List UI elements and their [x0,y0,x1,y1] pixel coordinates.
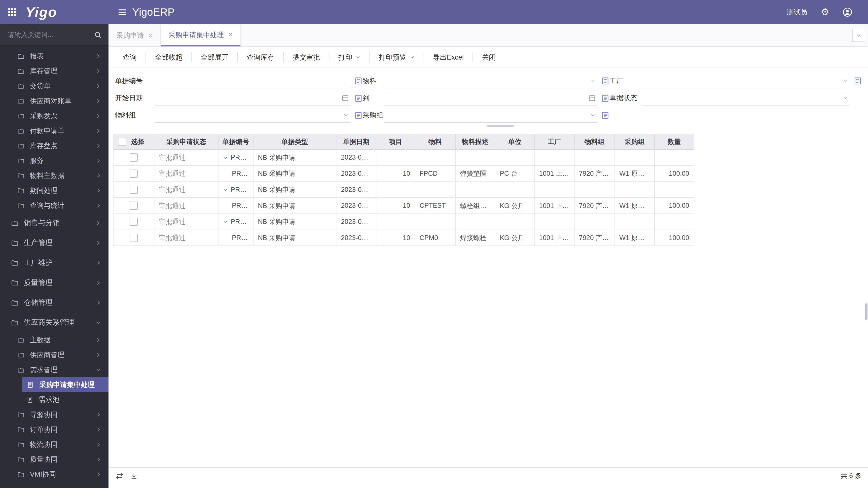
filter-field[interactable] [155,108,350,123]
sidebar-item[interactable]: VMI协同 [0,467,108,482]
filter-field[interactable] [642,91,849,105]
download-icon[interactable] [130,472,138,480]
sidebar-item[interactable]: 采购发票 [0,108,108,123]
sidebar-item[interactable]: 库存盘点 [0,138,108,153]
filter-field[interactable] [383,73,597,88]
toolbar-button[interactable]: 打印 [329,52,369,62]
swap-columns-icon[interactable] [115,472,123,480]
value-help-icon[interactable] [601,94,609,102]
row-expand-icon[interactable] [223,155,228,160]
column-header[interactable]: 项目 [376,134,415,150]
value-help-icon[interactable] [354,77,363,85]
sidebar-item[interactable]: 付款申请单 [0,123,108,138]
column-header[interactable]: 物料描述 [456,134,496,150]
search-input[interactable] [7,31,94,39]
sidebar-item[interactable]: 财务会计 [0,482,108,488]
toolbar-button[interactable]: 全部展开 [191,52,237,62]
folder-icon [18,98,24,104]
table-row[interactable]: 审批通过PR…NB 采购申请2023-06-2510CPTEST螺栓组合件KG … [114,198,694,214]
column-header[interactable]: 单据类型 [253,134,336,150]
row-checkbox[interactable] [130,201,138,210]
value-help-icon[interactable] [601,111,609,120]
table-row[interactable]: 审批通过PR…NB 采购申请2023-06-2510FPCD弹簧垫圈PC 台10… [114,166,694,182]
sidebar-item[interactable]: 期间处理 [0,183,108,198]
toolbar-button[interactable]: 导出Excel [424,52,472,62]
sidebar-item[interactable]: 报表 [0,48,108,64]
sidebar-item[interactable]: 查询与统计 [0,198,108,213]
sidebar-item[interactable]: 工厂维护 [0,253,108,273]
horizontal-scrollbar-thumb[interactable] [487,125,514,127]
sidebar-item[interactable]: 供应商对账单 [0,94,108,108]
value-help-icon[interactable] [854,77,862,85]
table-row[interactable]: 审批通过PR00…NB 采购申请2023-06-25 [114,150,694,166]
sidebar-item[interactable]: 需求池 [0,392,108,407]
value-help-icon[interactable] [354,94,363,102]
panel-collapse-handle[interactable] [865,303,868,320]
sidebar-item[interactable]: 质量管理 [0,273,108,293]
sidebar-item[interactable]: 库存管理 [0,64,108,78]
filter-field[interactable] [383,108,597,123]
table-row[interactable]: 审批通过PR00…NB 采购申请2023-06-25 [114,182,694,198]
filter-field[interactable] [155,73,350,88]
row-expand-icon[interactable] [223,219,228,224]
sidebar-item[interactable]: 主数据 [0,333,108,348]
tab-close-icon[interactable]: × [228,31,232,38]
sidebar-item[interactable]: 订单协同 [0,422,108,437]
value-help-icon[interactable] [601,77,609,85]
app-launcher-grid-icon[interactable] [8,8,17,17]
settings-gear-icon[interactable]: ⚙ [821,7,829,17]
sidebar-item[interactable]: 需求管理 [0,362,108,377]
value-help-icon[interactable] [354,111,363,120]
sidebar-item[interactable]: 服务 [0,153,108,168]
column-header[interactable]: 物料 [415,134,456,150]
sidebar-item[interactable]: 物流协同 [0,437,108,452]
select-all-checkbox[interactable] [118,138,126,146]
row-checkbox[interactable] [130,169,138,178]
tab-close-icon[interactable]: × [148,32,152,39]
toolbar-button[interactable]: 提交审批 [283,52,329,62]
table-row[interactable]: 审批通过PR…NB 采购申请2023-06-2510CPM0焊接螺栓KG 公斤1… [114,230,694,246]
column-header[interactable]: 采购组 [615,134,655,150]
row-checkbox[interactable] [130,218,138,226]
sidebar-item[interactable]: 供应商关系管理 [0,313,108,332]
sidebar-item[interactable]: 物料主数据 [0,168,108,183]
sidebar-item[interactable]: 寻源协同 [0,407,108,422]
column-header[interactable]: 工厂 [534,134,575,150]
sidebar-item[interactable]: 销售与分销 [0,213,108,233]
sidebar-item[interactable]: 交货单 [0,78,108,93]
toolbar-button[interactable]: 打印预览 [369,52,424,62]
column-header[interactable]: 单位 [495,134,534,150]
toolbar-button[interactable]: 全部收起 [146,52,191,62]
column-header[interactable]: 单据日期 [336,134,376,150]
row-checkbox[interactable] [130,234,138,242]
column-header[interactable]: 物料组 [575,134,615,150]
search-icon[interactable] [94,31,102,39]
menu-list-icon[interactable] [118,7,127,17]
column-header[interactable]: 采购申请状态 [154,134,219,150]
row-expand-icon[interactable] [223,187,228,192]
tab[interactable]: 采购申请× [108,24,160,46]
table-row[interactable]: 审批通过PR00…NB 采购申请2023-06-25 [114,214,694,230]
sidebar-item[interactable]: 仓储管理 [0,293,108,313]
sidebar-item[interactable]: 生产管理 [0,233,108,253]
chevron-down-icon [343,112,349,118]
sidebar-item[interactable]: 采购申请集中处理 [22,377,108,392]
sidebar-item[interactable]: 质量协同 [0,452,108,467]
user-avatar-icon[interactable] [842,7,852,17]
toolbar-button[interactable]: 查询库存 [237,52,283,62]
column-header[interactable]: 单据编号 [218,134,253,150]
row-checkbox[interactable] [130,186,138,194]
column-header[interactable]: 数量 [655,134,694,150]
toolbar-button[interactable]: 查询 [114,52,146,62]
toolbar-button[interactable]: 关闭 [472,52,504,62]
current-user-label[interactable]: 测试员 [787,7,808,17]
filter-field[interactable] [155,91,350,105]
filter-field[interactable] [383,91,597,105]
tab[interactable]: 采购申请集中处理× [160,24,241,46]
tab-overflow-button[interactable] [852,29,865,42]
sidebar-item[interactable]: 供应商管理 [0,348,108,362]
filter-field[interactable] [636,73,850,88]
row-checkbox[interactable] [130,153,138,162]
top-header: Yigo YigoERP 测试员 ⚙ [0,0,868,24]
cell-value: NB 采购申请 [258,169,296,178]
